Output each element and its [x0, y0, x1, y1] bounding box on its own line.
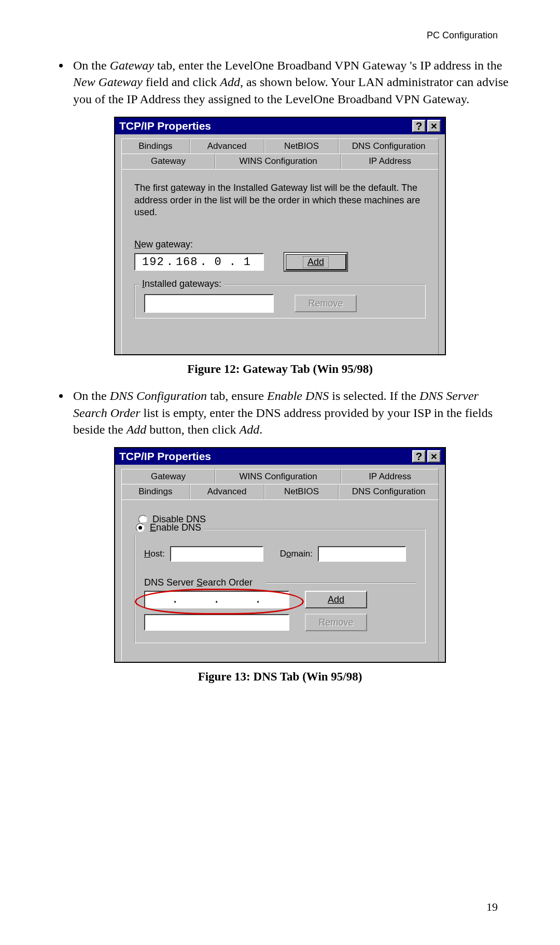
help-icon: ?	[416, 120, 423, 132]
dialog-titlebar[interactable]: TCP/IP Properties ? ×	[115, 448, 445, 465]
host-label: Host:	[144, 549, 165, 559]
installed-gateways-list[interactable]	[144, 294, 274, 313]
text: Add	[240, 423, 260, 436]
tab-ip-address[interactable]: IP Address	[341, 469, 439, 484]
tab-panel-gateway: The first gateway in the Installed Gatew…	[121, 169, 439, 355]
text: tab, enter the LevelOne Broadband VPN Ga…	[154, 59, 502, 72]
ip-dot: .	[198, 256, 209, 269]
tab-wins-configuration[interactable]: WINS Configuration	[215, 154, 341, 169]
text: New Gateway	[73, 75, 143, 89]
help-button[interactable]: ?	[412, 120, 426, 132]
gateway-description: The first gateway in the Installed Gatew…	[134, 182, 426, 218]
tab-gateway[interactable]: Gateway	[121, 154, 215, 169]
text: DNS Configuration	[110, 389, 207, 402]
dialog-tabs: Gateway WINS Configuration IP Address Bi…	[121, 469, 439, 499]
bullet-gateway-instruction: On the Gateway tab, enter the LevelOne B…	[70, 57, 513, 107]
tab-wins-configuration[interactable]: WINS Configuration	[215, 469, 341, 484]
ip-dot: .	[164, 256, 176, 269]
radio-enable-dns-row[interactable]: Enable DNS	[133, 522, 204, 535]
dns-server-list[interactable]	[144, 614, 289, 631]
tab-advanced[interactable]: Advanced	[190, 484, 264, 499]
page-number: 19	[486, 900, 498, 914]
remove-gateway-button: Remove	[295, 295, 357, 312]
help-button[interactable]: ?	[412, 450, 426, 463]
text: .	[259, 423, 262, 436]
text: button, then click	[146, 423, 239, 436]
new-gateway-label: New gateway:	[134, 239, 426, 250]
text: field and click	[143, 75, 220, 89]
dialog-title: TCP/IP Properties	[119, 450, 411, 463]
dns-order-label: DNS Server Search Order	[144, 577, 256, 588]
bullet-dns-instruction: On the DNS Configuration tab, ensure Ena…	[70, 387, 513, 438]
radio-enable-dns[interactable]	[136, 523, 145, 532]
text: Enable DNS	[267, 389, 329, 402]
close-button[interactable]: ×	[427, 120, 441, 132]
remove-dns-button: Remove	[305, 614, 367, 631]
dialog-tabs: Bindings Advanced NetBIOS DNS Configurat…	[121, 138, 439, 169]
tab-advanced[interactable]: Advanced	[190, 138, 264, 154]
text: tab, ensure	[207, 389, 267, 402]
button-label: Add	[328, 594, 344, 605]
domain-input[interactable]	[318, 546, 406, 562]
tab-dns-configuration[interactable]: DNS Configuration	[339, 484, 439, 499]
text: Gateway	[110, 59, 154, 72]
button-label: Add	[303, 256, 329, 268]
tab-dns-configuration[interactable]: DNS Configuration	[339, 138, 439, 154]
close-icon: ×	[431, 120, 437, 132]
help-icon: ?	[416, 450, 423, 463]
tab-netbios[interactable]: NetBIOS	[264, 484, 339, 499]
text: Add	[127, 423, 147, 436]
installed-gateways-label: Installed gateways:	[139, 279, 225, 289]
dialog-titlebar[interactable]: TCP/IP Properties ? ×	[115, 118, 445, 134]
domain-label: Domain:	[280, 549, 313, 559]
tab-ip-address[interactable]: IP Address	[341, 154, 439, 169]
enable-dns-group: Enable DNS Host: Domain: DNS Server Sear…	[134, 529, 426, 643]
dialog-title: TCP/IP Properties	[119, 120, 411, 132]
ip-octet-3[interactable]: 0	[209, 256, 227, 269]
tab-bindings[interactable]: Bindings	[121, 138, 190, 154]
text: On the	[73, 389, 110, 402]
figure-12-caption: Figure 12: Gateway Tab (Win 95/98)	[47, 363, 513, 376]
ip-dot: .	[227, 256, 239, 269]
button-label: Remove	[318, 617, 353, 628]
add-dns-button[interactable]: Add	[305, 591, 367, 608]
button-label: Remove	[308, 298, 343, 309]
dns-server-search-order-group: DNS Server Search Order . . .	[144, 577, 416, 631]
close-icon: ×	[431, 450, 437, 463]
tab-bindings[interactable]: Bindings	[121, 484, 190, 499]
figure-13-caption: Figure 13: DNS Tab (Win 95/98)	[47, 670, 513, 684]
tab-gateway[interactable]: Gateway	[121, 469, 215, 484]
tcpip-properties-dialog-dns: TCP/IP Properties ? × Gateway WINS Confi…	[114, 447, 446, 663]
page-header-section: PC Configuration	[427, 30, 498, 41]
ip-octet-1[interactable]: 192	[142, 256, 164, 269]
tab-panel-dns: Disable DNS Enable DNS Host: Do	[121, 499, 439, 663]
add-gateway-button[interactable]: Add	[285, 253, 347, 271]
host-input[interactable]	[170, 546, 263, 562]
close-button[interactable]: ×	[427, 450, 441, 463]
tab-netbios[interactable]: NetBIOS	[264, 138, 339, 154]
new-gateway-ip-input[interactable]: 192.168.0.1	[134, 253, 264, 271]
installed-gateways-group: Installed gateways: Remove	[134, 284, 426, 318]
ip-octet-2[interactable]: 168	[176, 256, 198, 269]
tcpip-properties-dialog-gateway: TCP/IP Properties ? × Bindings Advanced …	[114, 117, 446, 355]
radio-label: Enable DNS	[150, 522, 201, 533]
ip-octet-4[interactable]: 1	[239, 256, 256, 269]
dns-ip-input[interactable]: . . .	[144, 591, 289, 608]
text: Add	[220, 75, 240, 89]
text: is selected. If the	[329, 389, 419, 402]
text: On the	[73, 59, 110, 72]
